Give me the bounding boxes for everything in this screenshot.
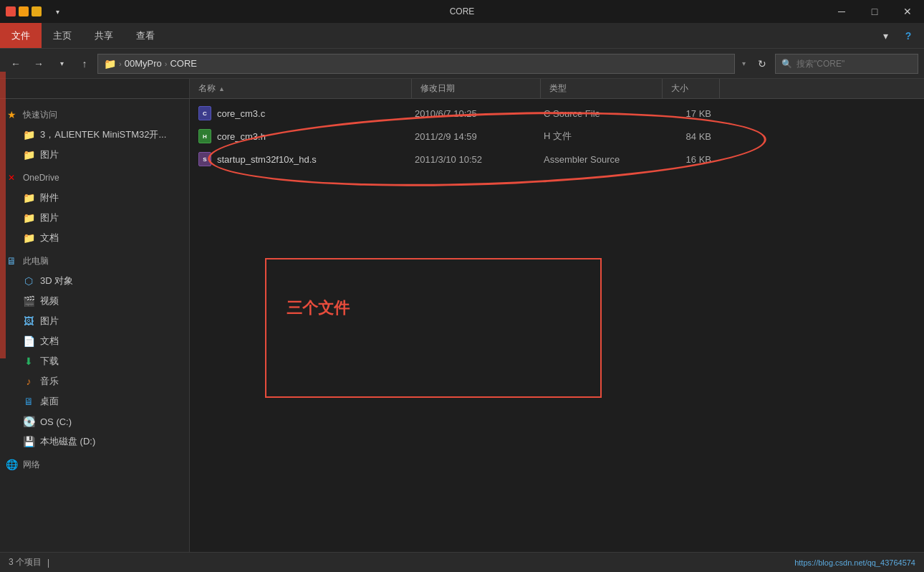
- file-name-cell: C core_cm3.c: [193, 102, 409, 125]
- sidebar-item-c-drive[interactable]: 💽 OS (C:): [0, 411, 189, 432]
- drive-icon: 💽: [23, 416, 34, 427]
- refresh-button[interactable]: ↻: [752, 54, 772, 74]
- tab-home[interactable]: 主页: [42, 23, 83, 48]
- path-dropdown-icon[interactable]: ▾: [738, 54, 749, 74]
- network-icon: 🌐: [6, 459, 17, 470]
- ribbon-help-icon[interactable]: ?: [898, 26, 918, 46]
- sidebar-section-onedrive: ✕ OneDrive 📁 附件 📁 图片 📁 文档: [0, 168, 189, 248]
- sidebar-section-network: 🌐 网络: [0, 454, 189, 475]
- file-size-cell: 16 KB: [660, 148, 717, 171]
- app-icon-red: [6, 6, 16, 16]
- sidebar-col-spacer: [0, 79, 190, 98]
- file-list: C core_cm3.c 2010/6/7 10:25 C Source Fil…: [190, 99, 924, 572]
- sidebar-item-downloads[interactable]: ⬇ 下载: [0, 351, 189, 371]
- folder-icon: 📁: [23, 129, 34, 140]
- file-row[interactable]: S startup_stm32f10x_hd.s 2011/3/10 10:52…: [190, 148, 924, 171]
- folder-icon: 📁: [23, 232, 34, 244]
- sidebar-item-pictures-pc[interactable]: 🖼 图片: [0, 311, 189, 331]
- search-input[interactable]: [797, 59, 897, 69]
- col-header-name[interactable]: 名称 ▲: [190, 79, 412, 98]
- up-button[interactable]: ↑: [74, 54, 95, 74]
- title-bar: ▾ CORE ─ □ ✕: [0, 0, 924, 23]
- sidebar-thispc-header[interactable]: 🖥 此电脑: [0, 251, 189, 271]
- title-bar-icons: [0, 6, 47, 16]
- sidebar-item-3d[interactable]: ⬡ 3D 对象: [0, 271, 189, 291]
- recent-button[interactable]: ▾: [52, 54, 72, 74]
- ribbon-collapse-icon[interactable]: ▾: [875, 26, 895, 46]
- back-button[interactable]: ←: [6, 54, 26, 74]
- doc-icon: 📄: [23, 335, 34, 347]
- forward-button[interactable]: →: [29, 54, 49, 74]
- file-name-cell: S startup_stm32f10x_hd.s: [193, 148, 409, 171]
- sidebar-item-music[interactable]: ♪ 音乐: [0, 371, 189, 391]
- c-file-icon: C: [198, 106, 211, 120]
- sidebar-item-documents-od[interactable]: 📁 文档: [0, 228, 189, 248]
- tab-view[interactable]: 查看: [125, 23, 166, 48]
- file-type-cell: Assembler Source: [538, 148, 660, 171]
- tb-menu-btn[interactable]: ▾: [50, 4, 64, 19]
- sidebar-item-attachments[interactable]: 📁 附件: [0, 188, 189, 208]
- maximize-button[interactable]: □: [858, 0, 891, 23]
- close-button[interactable]: ✕: [891, 0, 924, 23]
- file-date-cell: 2011/2/9 14:59: [409, 125, 538, 148]
- music-icon: ♪: [23, 376, 34, 387]
- sidebar-item-video[interactable]: 🎬 视频: [0, 291, 189, 311]
- file-size-cell: 84 KB: [660, 125, 717, 148]
- column-headers-row: 名称 ▲ 修改日期 类型 大小: [0, 79, 924, 99]
- sidebar: ★ 快速访问 📁 3，ALIENTEK MiniSTM32开... 📁 图片 ✕…: [0, 99, 190, 572]
- status-separator: |: [47, 558, 49, 568]
- minimize-button[interactable]: ─: [825, 0, 858, 23]
- title-bar-menu: ▾: [47, 4, 67, 19]
- file-date-cell: 2011/3/10 10:52: [409, 148, 538, 171]
- item-count: 3 个项目: [9, 556, 42, 568]
- col-header-date[interactable]: 修改日期: [412, 79, 541, 98]
- file-row[interactable]: C core_cm3.c 2010/6/7 10:25 C Source Fil…: [190, 102, 924, 125]
- sidebar-item-pictures-od[interactable]: 📁 图片: [0, 208, 189, 228]
- address-path[interactable]: 📁 › 00MyPro › CORE: [97, 54, 735, 74]
- col-header-type[interactable]: 类型: [541, 79, 663, 98]
- app-icon-yellow: [19, 6, 29, 16]
- file-size-cell: 17 KB: [660, 102, 717, 125]
- h-file-icon: H: [198, 129, 211, 143]
- file-name-cell: H core_cm3.h: [193, 125, 409, 148]
- search-icon: 🔍: [781, 59, 792, 69]
- s-file-icon: S: [198, 152, 211, 166]
- col-header-size[interactable]: 大小: [663, 79, 720, 98]
- tab-share[interactable]: 共享: [83, 23, 125, 48]
- window-title: CORE: [450, 6, 475, 16]
- ribbon-right: ▾ ?: [875, 23, 924, 48]
- local-drive-icon: 💾: [23, 436, 34, 447]
- path-part-parent[interactable]: 00MyPro: [125, 58, 162, 69]
- folder-icon: 📁: [23, 149, 34, 161]
- star-icon: ★: [6, 109, 17, 120]
- sidebar-section-quickaccess: ★ 快速访问 📁 3，ALIENTEK MiniSTM32开... 📁 图片: [0, 105, 189, 165]
- file-type-cell: C Source File: [538, 102, 660, 125]
- desktop-icon: 🖥: [23, 396, 34, 407]
- left-edge-bar: [0, 72, 6, 358]
- video-icon: 🎬: [23, 295, 34, 307]
- sidebar-item-alientek[interactable]: 📁 3，ALIENTEK MiniSTM32开...: [0, 125, 189, 145]
- sidebar-item-d-drive[interactable]: 💾 本地磁盘 (D:): [0, 432, 189, 452]
- sidebar-item-documents-pc[interactable]: 📄 文档: [0, 331, 189, 351]
- file-row[interactable]: H core_cm3.h 2011/2/9 14:59 H 文件 84 KB: [190, 125, 924, 148]
- file-date-cell: 2010/6/7 10:25: [409, 102, 538, 125]
- ribbon: 文件 主页 共享 查看 ▾ ?: [0, 23, 924, 49]
- path-part-current[interactable]: CORE: [170, 58, 197, 69]
- picture-icon: 🖼: [23, 315, 34, 327]
- sidebar-item-desktop[interactable]: 🖥 桌面: [0, 391, 189, 411]
- window-controls: ─ □ ✕: [825, 0, 924, 23]
- sidebar-network-header[interactable]: 🌐 网络: [0, 454, 189, 475]
- sidebar-section-thispc: 🖥 此电脑 ⬡ 3D 对象 🎬 视频 🖼 图片 📄 文档 ⬇ 下载: [0, 251, 189, 452]
- search-box: 🔍: [775, 54, 918, 74]
- status-bar: 3 个项目 | https://blog.csdn.net/qq_4376457…: [0, 552, 924, 572]
- onedrive-icon: ✕: [6, 172, 17, 183]
- sidebar-onedrive-header[interactable]: ✕ OneDrive: [0, 168, 189, 188]
- pc-icon: 🖥: [6, 255, 17, 267]
- tab-file[interactable]: 文件: [0, 23, 42, 48]
- sidebar-item-pictures-qa[interactable]: 📁 图片: [0, 145, 189, 165]
- file-type-cell: H 文件: [538, 125, 660, 148]
- app-icon-folder: [32, 6, 42, 16]
- sidebar-quickaccess-header[interactable]: ★ 快速访问: [0, 105, 189, 125]
- folder-icon: 📁: [23, 212, 34, 224]
- download-icon: ⬇: [23, 356, 34, 367]
